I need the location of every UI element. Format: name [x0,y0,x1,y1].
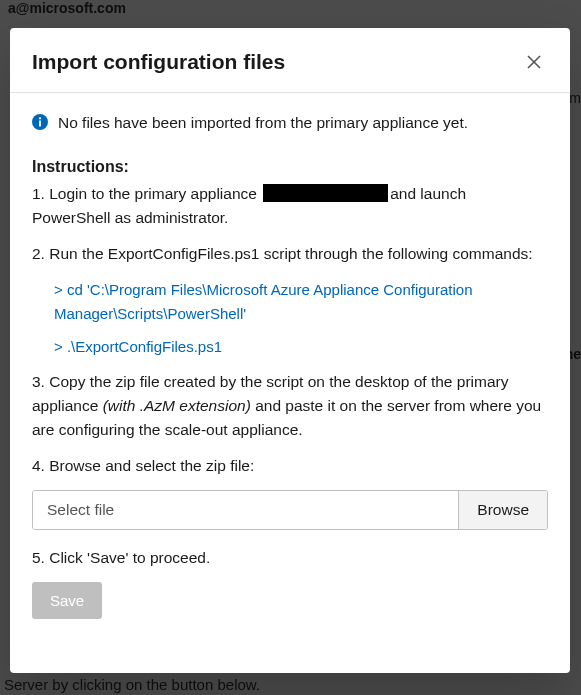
svg-rect-3 [39,121,41,127]
modal-body: No files have been imported from the pri… [10,93,570,673]
command-run-script: > .\ExportConfigFiles.ps1 [54,335,548,358]
instructions-heading: Instructions: [32,158,548,176]
info-message: No files have been imported from the pri… [58,111,468,134]
file-path-input[interactable] [33,491,458,529]
info-icon [32,114,48,130]
close-button[interactable] [520,48,548,76]
import-config-modal: Import configuration files No files have… [10,28,570,673]
file-picker-row: Browse [32,490,548,530]
info-banner: No files have been imported from the pri… [32,111,548,134]
svg-point-4 [39,117,41,119]
instruction-step-1: 1. Login to the primary appliance and la… [32,182,548,230]
browse-button[interactable]: Browse [458,491,547,529]
close-icon [527,55,541,69]
command-block: > cd 'C:\Program Files\Microsoft Azure A… [32,278,548,358]
modal-title: Import configuration files [32,50,285,74]
instruction-step-5: 5. Click 'Save' to proceed. [32,546,548,570]
command-cd: > cd 'C:\Program Files\Microsoft Azure A… [54,278,548,325]
instruction-step-2: 2. Run the ExportConfigFiles.ps1 script … [32,242,548,266]
redacted-appliance-name [263,184,388,202]
step1-prefix: 1. Login to the primary appliance [32,185,261,202]
save-button[interactable]: Save [32,582,102,619]
step3-extension-note: (with .AzM extension) [103,397,251,414]
instruction-step-3: 3. Copy the zip file created by the scri… [32,370,548,442]
modal-header: Import configuration files [10,28,570,93]
instruction-step-4: 4. Browse and select the zip file: [32,454,548,478]
